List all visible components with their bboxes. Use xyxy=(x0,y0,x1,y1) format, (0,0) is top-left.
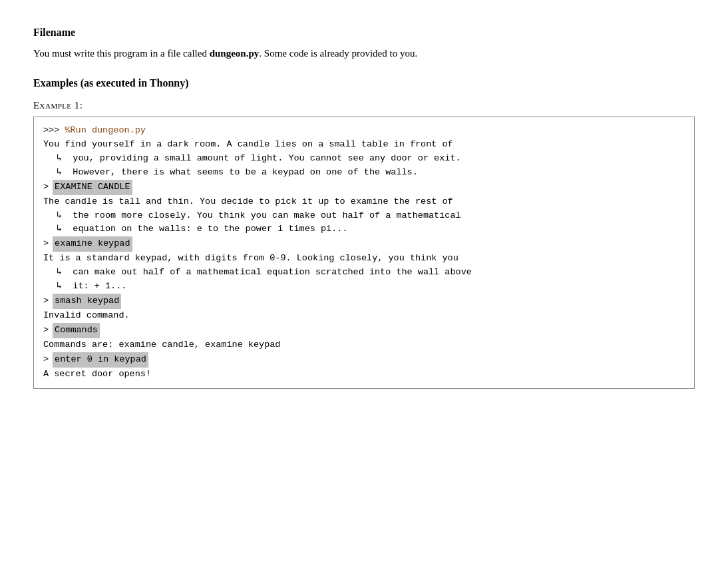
gt-2: > xyxy=(43,237,49,251)
gt-1: > xyxy=(43,180,49,194)
cmd-examine-keypad: examine keypad xyxy=(53,236,132,252)
cmd-smash-keypad: smash keypad xyxy=(53,294,121,309)
prompt-triple: >>> xyxy=(43,125,65,135)
example1-label: Example 1: xyxy=(33,100,695,111)
prompt-enter-keypad: > enter 0 in keypad xyxy=(43,352,685,368)
examples-heading: Examples (as executed in Thonny) xyxy=(33,77,695,89)
terminal-line-6: ↳ equation on the walls: e to the power … xyxy=(43,222,685,236)
gt-5: > xyxy=(43,353,49,367)
prompt-examine-keypad: > examine keypad xyxy=(43,236,685,252)
terminal-line-8: ↳ can make out half of a mathematical eq… xyxy=(43,266,685,280)
examples-section: Examples (as executed in Thonny) Example… xyxy=(33,77,695,389)
terminal-run-line: >>> %Run dungeon.py xyxy=(43,124,685,138)
terminal-line-4: The candle is tall and thin. You decide … xyxy=(43,195,685,209)
terminal-box: >>> %Run dungeon.py You find yourself in… xyxy=(33,117,695,389)
cmd-examine-candle: EXAMINE CANDLE xyxy=(53,180,132,195)
filename-text-after: . Some code is already provided to you. xyxy=(259,48,417,59)
run-command: %Run dungeon.py xyxy=(65,125,146,135)
filename-heading: Filename xyxy=(33,27,695,39)
terminal-line-10: Invalid command. xyxy=(43,309,685,323)
filename-body: You must write this program in a file ca… xyxy=(33,45,695,61)
filename-bold: dungeon.py xyxy=(210,48,260,59)
gt-4: > xyxy=(43,324,49,338)
cmd-enter-keypad: enter 0 in keypad xyxy=(53,352,148,368)
terminal-line-7: It is a standard keypad, with digits fro… xyxy=(43,252,685,266)
terminal-line-11: Commands are: examine candle, examine ke… xyxy=(43,338,685,352)
filename-text-before: You must write this program in a file ca… xyxy=(33,48,210,59)
terminal-line-9: ↳ it: + 1... xyxy=(43,280,685,294)
filename-section: Filename You must write this program in … xyxy=(33,27,695,61)
terminal-line-1: You find yourself in a dark room. A cand… xyxy=(43,138,685,152)
terminal-line-5: ↳ the room more closely. You think you c… xyxy=(43,209,685,223)
cmd-commands: Commands xyxy=(53,323,100,338)
gt-3: > xyxy=(43,294,49,308)
terminal-line-3: ↳ However, there is what seems to be a k… xyxy=(43,166,685,180)
prompt-commands: > Commands xyxy=(43,323,685,338)
prompt-examine-candle: > EXAMINE CANDLE xyxy=(43,180,685,195)
terminal-line-12: A secret door opens! xyxy=(43,368,685,382)
prompt-smash-keypad: > smash keypad xyxy=(43,294,685,309)
terminal-line-2: ↳ you, providing a small amount of light… xyxy=(43,152,685,166)
